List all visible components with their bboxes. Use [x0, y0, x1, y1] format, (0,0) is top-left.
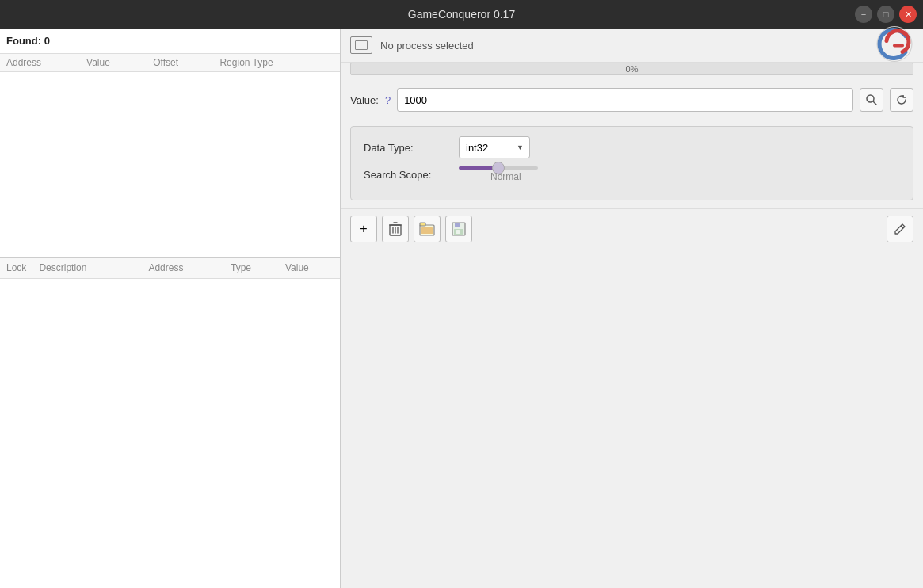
add-icon: + — [360, 222, 367, 236]
data-type-row: Data Type: int8 int16 int32 int64 float3… — [364, 136, 900, 158]
col-region-type: Region Type — [219, 57, 340, 68]
data-type-select-wrapper: int8 int16 int32 int64 float32 float64 s… — [459, 136, 530, 158]
load-button[interactable] — [414, 216, 441, 242]
found-count: Found: 0 — [6, 35, 50, 47]
main-container: Found: 0 Address Value Offset Region Typ… — [0, 29, 923, 588]
process-bar: No process selected — [341, 29, 923, 63]
svg-line-3 — [873, 101, 876, 105]
app-title: GameConqueror 0.17 — [408, 8, 515, 21]
svg-line-17 — [901, 226, 903, 228]
search-scope-slider-container: Normal — [459, 166, 538, 182]
col-address: Address — [6, 57, 86, 68]
cheat-col-type: Type — [231, 262, 285, 273]
pencil-icon — [894, 223, 906, 235]
search-icon — [866, 94, 877, 105]
reset-icon — [896, 94, 907, 105]
search-section: Value: ? — [341, 80, 923, 126]
cheat-col-lock: Lock — [6, 262, 39, 273]
save-button[interactable] — [445, 216, 472, 242]
delete-entry-button[interactable] — [382, 216, 409, 242]
value-help-icon[interactable]: ? — [385, 94, 391, 106]
left-panel: Found: 0 Address Value Offset Region Typ… — [0, 29, 341, 588]
cheat-list-panel: Lock Description Address Type Value — [0, 257, 340, 588]
cheat-col-value: Value — [285, 262, 340, 273]
scan-column-headers: Address Value Offset Region Type — [0, 54, 340, 72]
window-controls: − □ ✕ — [855, 6, 917, 23]
toolbar-left: + — [350, 216, 472, 242]
maximize-button[interactable]: □ — [877, 6, 894, 23]
svg-rect-16 — [456, 230, 460, 234]
right-panel: No process selected 0% — [341, 29, 923, 588]
value-row: Value: ? — [350, 88, 913, 112]
close-button[interactable]: ✕ — [899, 6, 917, 23]
progress-label: 0% — [626, 64, 639, 74]
data-type-label: Data Type: — [364, 142, 459, 154]
search-scope-value: Normal — [490, 171, 521, 182]
scan-results-area — [0, 72, 340, 257]
search-scope-row: Search Scope: Normal — [364, 166, 900, 182]
cheat-col-address: Address — [148, 262, 231, 273]
process-text: No process selected — [380, 40, 913, 52]
minimize-button[interactable]: − — [855, 6, 872, 23]
search-button[interactable] — [860, 88, 883, 112]
gc-logo — [875, 25, 913, 66]
cheat-list-area — [0, 279, 340, 588]
search-scope-slider[interactable] — [459, 166, 538, 170]
value-label: Value: — [350, 94, 379, 106]
titlebar: GameConqueror 0.17 − □ ✕ — [0, 0, 923, 29]
found-bar: Found: 0 — [0, 29, 340, 54]
data-type-select[interactable]: int8 int16 int32 int64 float32 float64 s… — [459, 136, 530, 158]
cheat-column-headers: Lock Description Address Type Value — [0, 258, 340, 279]
process-icon[interactable] — [350, 36, 372, 54]
col-offset: Offset — [153, 57, 219, 68]
load-icon — [419, 222, 435, 236]
progress-container: 0% — [341, 63, 923, 80]
options-section: Data Type: int8 int16 int32 int64 float3… — [350, 126, 913, 200]
bottom-toolbar: + — [341, 208, 923, 249]
cheat-col-description: Description — [39, 262, 148, 273]
svg-rect-14 — [455, 223, 460, 227]
trash-icon — [389, 222, 402, 236]
svg-rect-11 — [420, 223, 425, 226]
reset-button[interactable] — [890, 88, 913, 112]
search-scope-label: Search Scope: — [364, 169, 459, 181]
svg-rect-12 — [421, 227, 433, 234]
col-value: Value — [86, 57, 153, 68]
value-input[interactable] — [397, 88, 853, 112]
save-icon — [452, 222, 466, 236]
progress-bar-wrap: 0% — [350, 63, 913, 75]
edit-button[interactable] — [887, 216, 913, 242]
add-entry-button[interactable]: + — [350, 216, 377, 242]
